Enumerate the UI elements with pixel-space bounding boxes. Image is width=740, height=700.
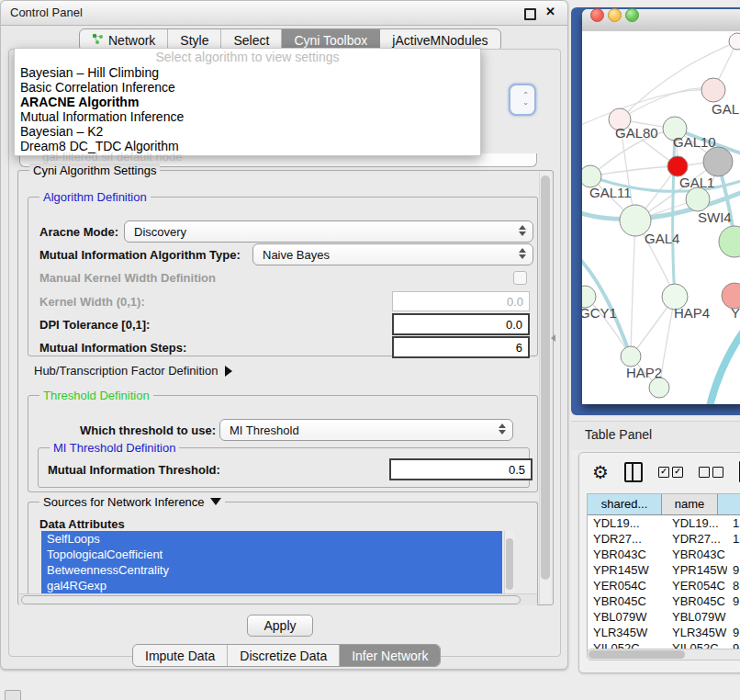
mi-threshold-label: Mutual Information Threshold: (48, 463, 220, 477)
node-label-gal4: GAL4 (645, 231, 679, 246)
table-row[interactable]: YPR145WYPR145W9. (588, 562, 740, 578)
table-row[interactable]: YLR345WYLR345W9. (588, 625, 740, 640)
combo-arrows-icon (519, 248, 526, 259)
gear-icon[interactable]: ⚙ (592, 463, 609, 481)
tab-discretize-data[interactable]: Discretize Data (228, 645, 340, 666)
control-panel-bottom-tabs: Impute DataDiscretize DataInfer Network (132, 644, 441, 667)
threshold-definition-title: Threshold Definition (39, 389, 153, 402)
mi-steps-field[interactable]: 6 (392, 336, 530, 358)
table-cell: YLR345W (667, 625, 727, 640)
minimized-panel-icon[interactable] (5, 690, 21, 700)
node-label-gal80: GAL80 (615, 125, 658, 141)
mi-algorithm-type-combo[interactable]: Naive Bayes (252, 243, 533, 265)
sources-title-text: Sources for Network Inference (43, 495, 205, 509)
attribute-item-topologicalcoefficient[interactable]: TopologicalCoefficient (41, 547, 502, 562)
table-cell: 8. (727, 578, 740, 593)
mi-algorithm-type-label: Mutual Information Algorithm Type: (39, 248, 241, 262)
mac-minimize-button[interactable] (608, 8, 622, 22)
mac-close-button[interactable] (590, 8, 604, 22)
kernel-width-label: Kernel Width (0,1): (39, 295, 145, 309)
aracne-mode-value: Discovery (134, 225, 186, 239)
control-panel-titlebar[interactable]: Control Panel ✕ (1, 1, 567, 26)
network-node[interactable] (729, 33, 740, 50)
network-window-titlebar[interactable] (582, 9, 740, 32)
table-cell: YBR043C (667, 547, 727, 562)
attribute-item-gal4rgexp[interactable]: gal4RGexp (41, 578, 502, 593)
select-all-checks-icon[interactable]: ✓✓ (658, 467, 683, 478)
network-canvas[interactable]: GALGAL80GAL10GAL1GAL11SWI4GAL4GCY1HAP4YH… (582, 31, 740, 404)
settings-vertical-scrollbar[interactable] (539, 172, 551, 604)
panel-splitter-arrow[interactable] (551, 334, 555, 342)
algorithm-item-aracne-algorithm[interactable]: ARACNE Algorithm (15, 95, 480, 109)
column-header-extra[interactable] (718, 494, 740, 514)
attributes-scrollbar[interactable] (504, 531, 514, 598)
apply-button[interactable]: Apply (247, 615, 313, 637)
table-cell: 9. (727, 562, 740, 578)
network-edge (590, 166, 678, 176)
algorithm-item-bayesian-k2[interactable]: Bayesian – K2 (15, 124, 480, 139)
mac-zoom-button[interactable] (625, 8, 639, 22)
collapsed-arrow-icon (225, 366, 232, 377)
expanded-arrow-icon[interactable] (210, 498, 221, 505)
tab-impute-data[interactable]: Impute Data (133, 645, 228, 666)
attribute-item-betweennesscentrality[interactable]: BetweennessCentrality (41, 562, 502, 578)
algorithm-item-mutual-information-inference[interactable]: Mutual Information Inference (15, 109, 480, 124)
combo-arrows-icon (499, 423, 506, 435)
kernel-width-value: 0.0 (507, 295, 523, 309)
which-threshold-combo[interactable]: MI Threshold (219, 419, 513, 441)
table-row[interactable]: YDR27...YDR27...12 (588, 531, 740, 547)
table-row[interactable]: YER054CYER054C8. (588, 578, 740, 593)
node-label-hap4: HAP4 (674, 305, 710, 321)
aracne-mode-combo[interactable]: Discovery (124, 220, 533, 243)
deselect-all-checks-icon[interactable] (699, 467, 723, 478)
split-columns-icon[interactable] (624, 462, 643, 482)
threshold-definition-group: Threshold Definition Which threshold to … (28, 395, 538, 492)
node-label-y: Y (731, 305, 740, 321)
table-row[interactable]: YBR043CYBR043C (588, 547, 740, 562)
mi-threshold-field[interactable]: 0.5 (389, 458, 533, 480)
table-cell: YER054C (667, 578, 727, 593)
column-header-shared[interactable]: shared... (588, 494, 662, 514)
hub-definition-expander[interactable]: Hub/Transcription Factor Definition (34, 364, 232, 378)
network-node-swi4[interactable] (686, 187, 710, 211)
occluded-network-selector-text: gal-filtered.sif default node (42, 150, 182, 164)
network-graph: GALGAL80GAL10GAL1GAL11SWI4GAL4GCY1HAP4YH… (582, 31, 740, 404)
network-node[interactable] (719, 226, 740, 257)
tab-infer-network[interactable]: Infer Network (340, 645, 440, 666)
network-window[interactable]: GALGAL80GAL10GAL1GAL11SWI4GAL4GCY1HAP4YH… (582, 9, 740, 404)
data-attributes-list[interactable]: SelfLoopsTopologicalCoefficientBetweenne… (41, 531, 502, 598)
node-table: shared...name YDL19...YDL19...13YDR27...… (587, 493, 740, 652)
sources-title: Sources for Network Inference (39, 495, 225, 509)
network-node-gal[interactable] (701, 78, 725, 102)
column-header-name[interactable]: name (662, 494, 718, 514)
mi-threshold-value: 0.5 (509, 463, 525, 477)
manual-kernel-checkbox[interactable] (513, 271, 527, 285)
table-panel-title: Table Panel (585, 427, 652, 442)
table-header: shared...name (588, 494, 740, 515)
table-row[interactable]: YBL079WYBL079W (588, 609, 740, 625)
algorithm-item-bayesian-hill-climbing[interactable]: Bayesian – Hill Climbing (15, 65, 480, 80)
tab-label: Network (108, 33, 155, 48)
attribute-item-selfloops[interactable]: SelfLoops (41, 531, 502, 547)
network-node[interactable] (703, 147, 733, 176)
table-cell: YER054C (588, 578, 667, 593)
table-row[interactable]: YDL19...YDL19...13 (588, 515, 740, 531)
mi-threshold-definition-group: MI Threshold Definition Mutual Informati… (38, 447, 530, 488)
table-body: YDL19...YDL19...13YDR27...YDR27...12YBR0… (588, 515, 740, 651)
hub-definition-label: Hub/Transcription Factor Definition (34, 364, 218, 378)
network-edge (709, 323, 740, 404)
network-node-gal1[interactable] (667, 156, 688, 176)
algorithm-item-basic-correlation-inference[interactable]: Basic Correlation Inference (15, 80, 480, 95)
control-panel-window: Control Panel ✕ NetworkStyleSelectCyni T… (0, 0, 568, 670)
table-horizontal-scrollbar[interactable] (587, 649, 740, 660)
close-icon[interactable]: ✕ (545, 5, 555, 18)
float-icon[interactable] (524, 8, 536, 20)
dpi-tolerance-field[interactable]: 0.0 (392, 313, 530, 335)
algorithm-definition-title: Algorithm Definition (39, 190, 151, 204)
node-label-gal11: GAL11 (589, 185, 632, 200)
table-cell: YBR045C (667, 593, 727, 609)
network-node-hap2[interactable] (621, 346, 641, 367)
table-row[interactable]: YBR045CYBR045C9. (588, 593, 740, 609)
settings-horizontal-scrollbar[interactable] (19, 593, 537, 605)
network-node[interactable] (649, 378, 669, 398)
